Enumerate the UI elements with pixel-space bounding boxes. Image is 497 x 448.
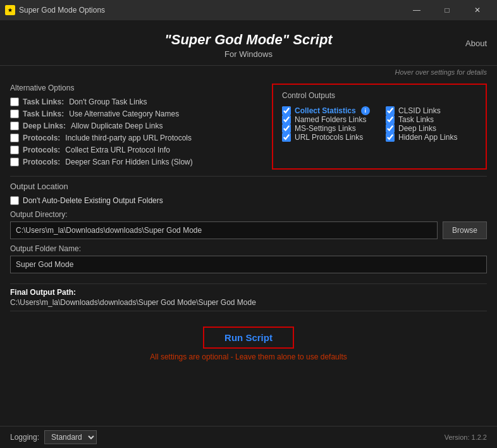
control-outputs-panel: Control Outputs Collect Statistics i Nam…	[272, 84, 487, 170]
alt-opt-bold-1: Task Links:	[23, 109, 64, 118]
window-controls: — □ ✕	[402, 0, 492, 20]
control-outputs-grid: Collect Statistics i Named Folders Links…	[282, 106, 477, 142]
list-item: Protocols: Include third-party app URL P…	[10, 134, 262, 142]
alt-opt-text-4: Collect Extra URL Protocol Info	[65, 146, 170, 154]
alt-opt-text-5: Deeper Scan For Hidden Links (Slow)	[65, 158, 192, 166]
alt-opt-bold-4: Protocols:	[23, 146, 60, 154]
task-links-group-checkbox[interactable]	[10, 97, 19, 106]
folder-name-row: Output Folder Name:	[10, 244, 487, 273]
list-item: Task Links	[386, 115, 477, 124]
url-protocols-label: URL Protocols Links	[295, 133, 363, 142]
collect-stats-checkbox[interactable]	[282, 106, 291, 115]
list-item: Collect Statistics i	[282, 106, 373, 115]
minimize-button[interactable]: —	[402, 0, 431, 20]
url-protocols-checkbox[interactable]	[282, 133, 291, 142]
alt-opt-text-3: Include third-party app URL Protocols	[65, 134, 192, 142]
run-section: Run Script All settings are optional - L…	[10, 318, 487, 364]
clsid-links-label: CLSID Links	[398, 106, 441, 115]
header-title: "Super God Mode" Script	[0, 32, 497, 48]
task-links-checkbox[interactable]	[386, 115, 395, 124]
header-subtitle: For Windows	[0, 49, 497, 59]
directory-label: Output Directory:	[10, 210, 487, 219]
named-folders-label: Named Folders Links	[295, 115, 366, 124]
logging-label: Logging:	[10, 433, 39, 442]
titlebar: ★ Super God Mode Options — □ ✕	[0, 0, 497, 20]
header: "Super God Mode" Script For Windows Abou…	[0, 20, 497, 66]
list-item: Deep Links: Allow Duplicate Deep Links	[10, 121, 262, 130]
alt-opt-text-1: Use Alternative Category Names	[69, 109, 179, 118]
dont-autodelete-row: Don't Auto-Delete Existing Output Folder…	[10, 196, 487, 205]
options-row: Alternative Options Task Links: Don't Gr…	[10, 84, 487, 170]
list-item: CLSID Links	[386, 106, 477, 115]
protocols-extrainfo-checkbox[interactable]	[10, 146, 19, 154]
list-item: Task Links: Use Alternative Category Nam…	[10, 109, 262, 118]
version-text: Version: 1.2.2	[445, 433, 487, 441]
hidden-app-links-label: Hidden App Links	[398, 133, 457, 142]
app-icon: ★	[5, 5, 15, 15]
close-button[interactable]: ✕	[463, 0, 492, 20]
output-location-title: Output Location	[10, 176, 487, 191]
window-title: Super God Mode Options	[19, 6, 402, 15]
protocols-deeperscan-checkbox[interactable]	[10, 158, 19, 166]
window: ★ Super God Mode Options — □ ✕ "Super Go…	[0, 0, 497, 448]
browse-button[interactable]: Browse	[443, 221, 487, 239]
ctrl-outputs-right: CLSID Links Task Links Deep Links H	[386, 106, 477, 142]
dont-autodelete-label: Don't Auto-Delete Existing Output Folder…	[23, 196, 163, 205]
list-item: URL Protocols Links	[282, 133, 373, 142]
final-path-label: Final Output Path:	[10, 288, 487, 297]
list-item: Protocols: Deeper Scan For Hidden Links …	[10, 158, 262, 166]
ms-settings-checkbox[interactable]	[282, 124, 291, 133]
collect-stats-info-icon[interactable]: i	[361, 106, 370, 115]
logging-row: Logging: Standard Verbose Minimal	[10, 430, 97, 444]
list-item: MS-Settings Links	[282, 124, 373, 133]
control-outputs-title: Control Outputs	[282, 91, 477, 100]
directory-input[interactable]	[10, 221, 438, 239]
main-content: Alternative Options Task Links: Don't Gr…	[0, 78, 497, 426]
ctrl-outputs-left: Collect Statistics i Named Folders Links…	[282, 106, 373, 142]
alt-opt-bold-0: Task Links:	[23, 97, 64, 106]
list-item: Named Folders Links	[282, 115, 373, 124]
alt-opt-bold-3: Protocols:	[23, 134, 60, 142]
about-link[interactable]: About	[465, 38, 487, 47]
hover-hint: Hover over settings for details	[0, 66, 497, 78]
protocols-thirdparty-checkbox[interactable]	[10, 134, 19, 142]
run-script-button[interactable]: Run Script	[203, 327, 294, 349]
alt-opt-bold-2: Deep Links:	[23, 121, 66, 130]
alt-opt-text-0: Don't Group Task Links	[69, 97, 147, 106]
ms-settings-label: MS-Settings Links	[295, 124, 356, 133]
hidden-app-links-checkbox[interactable]	[386, 133, 395, 142]
list-item: Hidden App Links	[386, 133, 477, 142]
alt-opt-bold-5: Protocols:	[23, 158, 60, 166]
task-links-altcategory-checkbox[interactable]	[10, 109, 19, 118]
collect-stats-label: Collect Statistics	[295, 106, 356, 115]
alt-options-title: Alternative Options	[10, 84, 262, 92]
final-path-value: C:\Users\m_la\Downloads\downloads\Super …	[10, 298, 487, 307]
output-location-section: Output Location Don't Auto-Delete Existi…	[10, 176, 487, 277]
maximize-button[interactable]: □	[433, 0, 462, 20]
deep-links-checkbox[interactable]	[386, 124, 395, 133]
directory-row: Browse	[10, 221, 487, 239]
folder-name-label: Output Folder Name:	[10, 244, 487, 253]
deep-links-label: Deep Links	[398, 124, 436, 133]
optional-note: All settings are optional - Leave them a…	[10, 352, 487, 361]
alternative-options-panel: Alternative Options Task Links: Don't Gr…	[10, 84, 262, 170]
list-item: Task Links: Don't Group Task Links	[10, 97, 262, 106]
deep-links-duplicate-checkbox[interactable]	[10, 121, 19, 130]
folder-name-input[interactable]	[10, 256, 487, 273]
task-links-label: Task Links	[398, 115, 434, 124]
final-output-path-section: Final Output Path: C:\Users\m_la\Downloa…	[10, 283, 487, 311]
list-item: Deep Links	[386, 124, 477, 133]
alt-opt-text-2: Allow Duplicate Deep Links	[71, 121, 163, 130]
clsid-links-checkbox[interactable]	[386, 106, 395, 115]
footer: Logging: Standard Verbose Minimal Versio…	[0, 426, 497, 448]
named-folders-checkbox[interactable]	[282, 115, 291, 124]
logging-select[interactable]: Standard Verbose Minimal	[44, 430, 97, 444]
list-item: Protocols: Collect Extra URL Protocol In…	[10, 146, 262, 154]
dont-autodelete-checkbox[interactable]	[10, 196, 19, 205]
